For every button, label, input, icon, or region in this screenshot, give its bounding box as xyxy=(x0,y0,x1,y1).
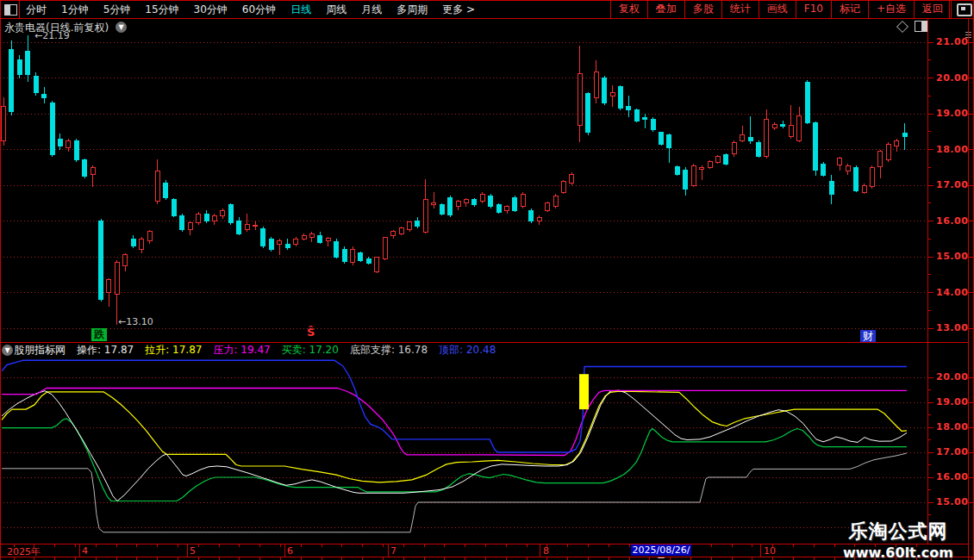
candle-body-46 xyxy=(375,258,379,272)
wealth-badge: 财 xyxy=(860,330,876,342)
candle-body-92 xyxy=(748,138,752,140)
candle-body-98 xyxy=(797,115,802,141)
candle-body-40 xyxy=(326,238,330,240)
candle-body-91 xyxy=(740,134,745,141)
indicator-field-0: 操作: 17.87 xyxy=(77,344,134,357)
selected-date-label[interactable]: 2025/08/26/二 xyxy=(631,544,691,556)
candle-body-27 xyxy=(221,210,225,215)
candle-body-84 xyxy=(684,170,688,189)
candle-body-41 xyxy=(334,242,339,257)
sell-signal-marker: Ŝ xyxy=(307,326,315,339)
high-price-annotation: ←21.19 xyxy=(34,30,70,41)
bottom-support-line xyxy=(2,453,907,532)
title-chevron-down-icon[interactable]: ▼ xyxy=(116,22,127,33)
candle-body-97 xyxy=(789,125,793,137)
candle-body-53 xyxy=(432,203,436,205)
candle-body-30 xyxy=(245,225,249,230)
candle-body-34 xyxy=(278,240,282,244)
candle-body-11 xyxy=(91,167,95,174)
candle-body-5 xyxy=(42,94,47,97)
candle-body-65 xyxy=(529,210,534,221)
chart-canvas[interactable] xyxy=(0,0,974,560)
candle-body-79 xyxy=(643,117,647,119)
candle-body-56 xyxy=(456,202,460,207)
candle-body-25 xyxy=(204,214,209,221)
candle-body-43 xyxy=(351,250,355,263)
indicator-field-2: 压力: 19.47 xyxy=(213,344,270,357)
candle-body-16 xyxy=(131,239,135,246)
watermark-site-name: 乐淘公式网 xyxy=(843,519,953,544)
candle-body-42 xyxy=(342,250,347,262)
operate-line xyxy=(2,390,907,501)
candle-body-9 xyxy=(74,140,78,160)
candle-body-86 xyxy=(700,167,704,169)
buy-sell-line xyxy=(2,419,907,501)
candle-body-39 xyxy=(318,235,322,242)
candle-body-54 xyxy=(440,205,444,214)
low-price-annotation: ←13.10 xyxy=(118,316,153,327)
candle-body-44 xyxy=(359,253,363,260)
candle-body-48 xyxy=(391,232,396,235)
candle-body-68 xyxy=(553,196,558,206)
candle-body-4 xyxy=(34,76,38,92)
candle-body-103 xyxy=(838,158,842,165)
candle-body-0 xyxy=(2,107,6,140)
candle-body-49 xyxy=(399,228,403,233)
candle-body-100 xyxy=(814,123,818,170)
candle-body-85 xyxy=(691,165,696,185)
candle-body-93 xyxy=(757,142,761,157)
candle-body-89 xyxy=(724,155,728,164)
candle-body-8 xyxy=(66,140,71,147)
candle-body-59 xyxy=(480,194,484,201)
split-view-icon[interactable] xyxy=(915,21,927,32)
candle-body-36 xyxy=(294,239,298,244)
candle-body-102 xyxy=(829,182,834,195)
candle-body-12 xyxy=(99,221,103,300)
candle-body-78 xyxy=(634,109,639,121)
candle-body-110 xyxy=(895,140,899,146)
candle-body-77 xyxy=(627,107,631,110)
candle-body-52 xyxy=(423,199,428,233)
app-window: { "topbar": { "left_items": ["分时","1分钟",… xyxy=(0,0,974,560)
candle-body-21 xyxy=(172,200,176,216)
candle-body-83 xyxy=(675,167,679,175)
candle-body-37 xyxy=(302,235,306,239)
candle-body-17 xyxy=(140,239,144,249)
candle-body-19 xyxy=(155,171,159,201)
indicator-field-4: 底部支撑: 16.78 xyxy=(350,344,428,357)
candle-body-64 xyxy=(521,194,525,207)
candle-body-81 xyxy=(659,133,664,144)
candle-body-14 xyxy=(115,262,119,294)
candle-body-101 xyxy=(821,164,826,175)
candle-body-63 xyxy=(513,198,517,211)
candle-body-104 xyxy=(846,165,850,171)
candle-body-47 xyxy=(383,237,387,258)
candle-body-31 xyxy=(253,225,258,226)
candle-body-95 xyxy=(772,124,777,128)
fall-badge: 跌 xyxy=(91,328,107,341)
indicator-source[interactable]: 股朋指标网 xyxy=(14,344,66,357)
candle-body-50 xyxy=(408,221,412,230)
candle-body-82 xyxy=(667,135,671,148)
candle-body-29 xyxy=(237,221,241,234)
candle-body-18 xyxy=(147,232,152,240)
candle-body-72 xyxy=(586,94,590,133)
candle-body-1 xyxy=(9,49,14,112)
candle-body-28 xyxy=(228,205,233,223)
candle-body-2 xyxy=(17,60,22,75)
indicator-field-1: 拉升: 17.87 xyxy=(145,344,202,357)
candle-body-88 xyxy=(715,157,720,162)
candle-body-60 xyxy=(489,196,493,206)
candle-body-87 xyxy=(708,161,712,167)
candle-body-22 xyxy=(180,215,184,230)
candle-body-38 xyxy=(309,233,314,237)
indicator-field-3: 买卖: 17.20 xyxy=(282,344,339,357)
candle-body-71 xyxy=(578,73,582,125)
diamond-icon[interactable] xyxy=(898,22,907,31)
indicator-chevron-down-icon[interactable]: ▼ xyxy=(2,345,13,356)
candle-body-75 xyxy=(610,92,615,96)
watermark-site-url: www.60lt.com xyxy=(843,544,953,560)
candle-body-90 xyxy=(732,142,736,154)
candle-body-51 xyxy=(415,221,420,227)
top-line xyxy=(2,360,907,452)
